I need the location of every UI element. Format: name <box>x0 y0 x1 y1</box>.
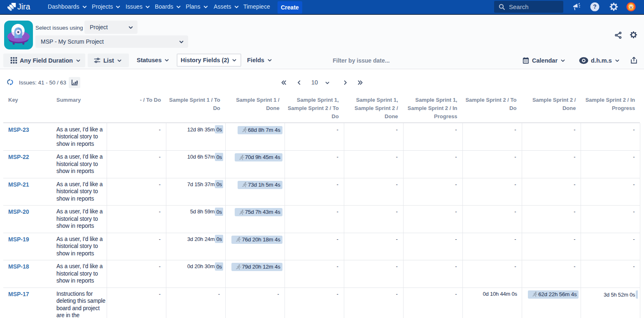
svg-text:?: ? <box>593 3 596 10</box>
